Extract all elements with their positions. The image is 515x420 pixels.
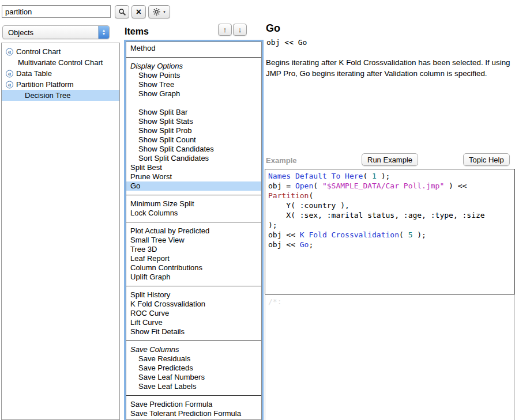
move-down-button[interactable]: ↓	[233, 24, 247, 36]
items-list-item[interactable]: Show Points	[126, 71, 261, 80]
select-arrows-icon: ▲ ▼	[98, 26, 109, 39]
items-list-item[interactable]: Lock Columns	[126, 209, 261, 218]
example-log[interactable]: /*:	[265, 294, 515, 420]
tree-item-label: Multivariate Control Chart	[2, 58, 103, 67]
items-list-item[interactable]: Prune Worst	[126, 172, 261, 181]
items-list-item[interactable]: Show Split Bar	[126, 108, 261, 117]
code-line: obj << Go;	[268, 240, 512, 249]
search-input[interactable]	[2, 5, 111, 18]
code-line: obj << K Fold Crossvalidation( 5 );	[268, 230, 512, 240]
items-list-item[interactable]: Save Columns	[126, 345, 261, 354]
list-separator	[126, 282, 261, 290]
arrow-up-icon: ↑	[223, 25, 227, 34]
code-line: obj = Open( "$SAMPLE_DATA/Car Poll.jmp" …	[268, 181, 512, 191]
list-blank	[126, 99, 261, 108]
object-tree: «Control ChartMultivariate Control Chart…	[1, 43, 120, 420]
object-icon: «	[6, 48, 13, 55]
list-separator	[126, 191, 261, 199]
list-separator	[126, 53, 261, 62]
items-list-item[interactable]: Method	[126, 44, 261, 53]
clear-search-button[interactable]: ×	[131, 5, 146, 18]
items-list-item[interactable]: Small Tree View	[126, 236, 261, 245]
arrow-down-icon: ↓	[238, 25, 242, 34]
settings-menu-button[interactable]: ▼	[148, 5, 170, 18]
code-line: Names Default To Here( 1 );	[268, 171, 512, 181]
tree-item[interactable]: «Control Chart	[2, 46, 119, 57]
items-list-item[interactable]: Show Fit Details	[126, 327, 261, 336]
objects-select[interactable]: Objects ▲ ▼	[2, 25, 110, 39]
page-title: Go	[266, 22, 280, 35]
items-list-item[interactable]: Save Residuals	[126, 354, 261, 364]
magnifier-icon	[118, 8, 126, 16]
log-text: /*:	[268, 297, 281, 306]
code-line: );	[268, 220, 512, 230]
items-list-item[interactable]: Display Options	[126, 62, 261, 71]
list-separator	[126, 336, 261, 345]
example-code[interactable]: Names Default To Here( 1 );obj = Open( "…	[265, 169, 515, 294]
items-list-item[interactable]: Split Best	[126, 163, 261, 172]
tree-item[interactable]: «Data Table	[2, 68, 119, 79]
items-list-item[interactable]: Show Split Count	[126, 135, 261, 145]
items-list-item[interactable]: Go	[126, 181, 261, 191]
tree-item[interactable]: «Partition Platform	[2, 79, 119, 90]
example-label: Example	[266, 156, 296, 165]
items-list-item[interactable]: K Fold Crossvalidation	[126, 300, 261, 309]
code-line: Partition(	[268, 191, 512, 200]
items-list-item[interactable]: Plot Actual by Predicted	[126, 226, 261, 236]
items-list-item[interactable]: Save Leaf Numbers	[126, 373, 261, 382]
items-list-item[interactable]: Uplift Graph	[126, 273, 261, 282]
items-list-item[interactable]: Save Prediction Formula	[126, 400, 261, 409]
items-list-item[interactable]: Show Split Candidates	[126, 145, 261, 154]
tree-item-label: Decision Tree	[2, 91, 70, 100]
code-line: Y( :country ),	[268, 200, 512, 210]
list-separator	[126, 218, 261, 226]
items-panel-title: Items	[125, 27, 149, 37]
items-list-item[interactable]: Tree 3D	[126, 245, 261, 254]
chevron-down-icon: ▼	[163, 10, 166, 14]
items-list-item[interactable]: Show Split Stats	[126, 117, 261, 126]
description-text: Begins iterating after K Fold Crossvalid…	[266, 57, 515, 79]
items-list-item[interactable]: Sort Split Candidates	[126, 154, 261, 163]
items-list-item[interactable]: Lift Curve	[126, 318, 261, 327]
run-example-button[interactable]: Run Example	[362, 153, 418, 166]
objects-select-value: Objects	[3, 28, 98, 37]
move-up-button[interactable]: ↑	[218, 24, 232, 36]
items-list-item[interactable]: ROC Curve	[126, 309, 261, 318]
code-line: X( :sex, :marital status, :age, :type, :…	[268, 210, 512, 220]
topic-help-button[interactable]: Topic Help	[463, 153, 510, 166]
items-list-item[interactable]: Save Tolerant Prediction Formula	[126, 409, 261, 418]
list-separator	[126, 391, 261, 400]
search-button[interactable]	[115, 5, 129, 18]
message-signature: obj << Go	[266, 38, 307, 47]
tree-item[interactable]: Decision Tree	[2, 90, 119, 101]
items-list-item[interactable]: Show Split Prob	[126, 126, 261, 135]
items-list-item[interactable]: Show Graph	[126, 89, 261, 99]
items-list-item[interactable]: Show Tree	[126, 80, 261, 89]
object-icon: «	[6, 81, 13, 88]
items-list-item[interactable]: Save Leaf Labels	[126, 382, 261, 391]
items-list-item[interactable]: Save Predicteds	[126, 364, 261, 373]
tree-item[interactable]: Multivariate Control Chart	[2, 57, 119, 68]
object-icon: «	[6, 70, 13, 77]
items-list-item[interactable]: Minimum Size Split	[126, 199, 261, 209]
clear-icon: ×	[136, 7, 141, 17]
gear-icon	[152, 7, 161, 16]
items-list: MethodDisplay OptionsShow PointsShow Tre…	[126, 41, 262, 420]
items-list-item[interactable]: Leaf Report	[126, 254, 261, 263]
items-list-item[interactable]: Column Contributions	[126, 263, 261, 273]
items-list-item[interactable]: Split History	[126, 290, 261, 300]
